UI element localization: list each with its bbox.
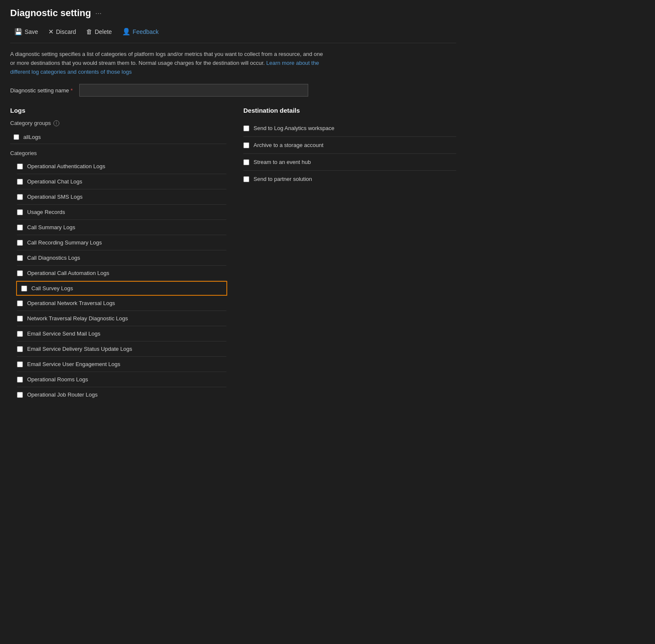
categories-list: Operational Authentication LogsOperation… [10, 159, 226, 402]
cat12-checkbox[interactable] [17, 331, 23, 337]
delete-label: Delete [95, 28, 111, 35]
category-row: Operational Authentication Logs [17, 159, 226, 174]
cat14-label[interactable]: Email Service User Engagement Logs [27, 361, 120, 367]
category-row: Operational Network Traversal Logs [17, 296, 226, 311]
ellipsis-menu[interactable]: ··· [95, 9, 102, 18]
dest3-checkbox[interactable] [243, 159, 249, 165]
setting-name-row: Diagnostic setting name * [10, 84, 456, 97]
all-logs-row: allLogs [10, 130, 226, 144]
save-icon: 💾 [14, 28, 22, 36]
destination-options: Send to Log Analytics workspaceArchive t… [243, 120, 456, 187]
cat8-checkbox[interactable] [17, 270, 23, 276]
cat1-label[interactable]: Operational Authentication Logs [27, 163, 105, 169]
cat7-checkbox[interactable] [17, 255, 23, 261]
categories-label: Categories [10, 150, 226, 156]
dest1-checkbox[interactable] [243, 125, 249, 131]
cat6-checkbox[interactable] [17, 240, 23, 246]
category-row: Call Survey Logs [16, 281, 227, 296]
cat9-label[interactable]: Call Survey Logs [31, 285, 73, 291]
cat6-label[interactable]: Call Recording Summary Logs [27, 239, 102, 246]
delete-icon: 🗑 [86, 28, 92, 35]
cat4-label[interactable]: Usage Records [27, 209, 65, 215]
category-row: Call Diagnostics Logs [17, 250, 226, 266]
page-title-row: Diagnostic setting ··· [10, 8, 456, 19]
cat5-label[interactable]: Call Summary Logs [27, 224, 75, 230]
discard-icon: ✕ [48, 28, 54, 36]
main-layout: Logs Category groups i allLogs Categorie… [10, 107, 456, 402]
cat2-label[interactable]: Operational Chat Logs [27, 178, 82, 185]
required-star: * [70, 87, 72, 94]
delete-button[interactable]: 🗑 Delete [82, 26, 116, 37]
cat4-checkbox[interactable] [17, 209, 23, 215]
dest1-label[interactable]: Send to Log Analytics workspace [254, 125, 334, 131]
setting-name-input[interactable] [79, 84, 308, 97]
category-row: Network Traversal Relay Diagnostic Logs [17, 311, 226, 326]
info-icon: i [53, 120, 59, 126]
save-button[interactable]: 💾 Save [10, 26, 42, 38]
cat14-checkbox[interactable] [17, 361, 23, 367]
dest2-label[interactable]: Archive to a storage account [254, 142, 323, 148]
cat12-label[interactable]: Email Service Send Mail Logs [27, 330, 100, 337]
cat15-checkbox[interactable] [17, 377, 23, 383]
cat15-label[interactable]: Operational Rooms Logs [27, 376, 88, 383]
page-title: Diagnostic setting [10, 8, 91, 19]
feedback-button[interactable]: 👤 Feedback [118, 25, 163, 38]
category-row: Operational Job Router Logs [17, 387, 226, 402]
all-logs-checkbox[interactable] [14, 134, 19, 140]
page-container: Diagnostic setting ··· 💾 Save ✕ Discard … [0, 0, 466, 410]
category-row: Operational Rooms Logs [17, 372, 226, 387]
category-row: Email Service Send Mail Logs [17, 326, 226, 341]
cat10-label[interactable]: Operational Network Traversal Logs [27, 300, 115, 306]
category-row: Email Service User Engagement Logs [17, 357, 226, 372]
cat8-label[interactable]: Operational Call Automation Logs [27, 270, 109, 276]
cat16-checkbox[interactable] [17, 392, 23, 398]
logs-section-title: Logs [10, 107, 226, 114]
destination-row: Stream to an event hub [243, 154, 456, 171]
category-groups-label: Category groups i [10, 120, 226, 126]
cat3-checkbox[interactable] [17, 194, 23, 200]
dest4-checkbox[interactable] [243, 176, 249, 182]
cat7-label[interactable]: Call Diagnostics Logs [27, 255, 80, 261]
feedback-label: Feedback [133, 28, 159, 35]
all-logs-label[interactable]: allLogs [23, 134, 41, 140]
category-row: Operational Chat Logs [17, 174, 226, 189]
cat3-label[interactable]: Operational SMS Logs [27, 194, 83, 200]
discard-label: Discard [56, 28, 76, 35]
category-row: Email Service Delivery Status Update Log… [17, 341, 226, 357]
cat10-checkbox[interactable] [17, 300, 23, 306]
dest4-label[interactable]: Send to partner solution [254, 176, 312, 182]
dest2-checkbox[interactable] [243, 142, 249, 148]
logs-section: Logs Category groups i allLogs Categorie… [10, 107, 226, 402]
cat13-label[interactable]: Email Service Delivery Status Update Log… [27, 346, 132, 352]
cat2-checkbox[interactable] [17, 179, 23, 185]
cat13-checkbox[interactable] [17, 346, 23, 352]
cat1-checkbox[interactable] [17, 164, 23, 169]
destination-row: Archive to a storage account [243, 137, 456, 154]
dest3-label[interactable]: Stream to an event hub [254, 159, 311, 165]
category-row: Operational SMS Logs [17, 189, 226, 205]
cat9-checkbox[interactable] [21, 286, 27, 291]
destination-section: Destination details Send to Log Analytic… [243, 107, 456, 402]
category-row: Operational Call Automation Logs [17, 266, 226, 281]
setting-name-label: Diagnostic setting name * [10, 87, 72, 94]
cat5-checkbox[interactable] [17, 225, 23, 230]
category-row: Call Recording Summary Logs [17, 235, 226, 250]
toolbar: 💾 Save ✕ Discard 🗑 Delete 👤 Feedback [10, 25, 456, 43]
cat11-label[interactable]: Network Traversal Relay Diagnostic Logs [27, 315, 128, 322]
discard-button[interactable]: ✕ Discard [44, 26, 80, 38]
cat11-checkbox[interactable] [17, 316, 23, 322]
feedback-icon: 👤 [122, 28, 131, 36]
destination-section-title: Destination details [243, 107, 456, 114]
destination-row: Send to partner solution [243, 171, 456, 187]
description-text: A diagnostic setting specifies a list of… [10, 50, 328, 76]
category-row: Usage Records [17, 205, 226, 220]
category-row: Call Summary Logs [17, 220, 226, 235]
cat16-label[interactable]: Operational Job Router Logs [27, 391, 98, 398]
save-label: Save [25, 28, 38, 35]
destination-row: Send to Log Analytics workspace [243, 120, 456, 137]
